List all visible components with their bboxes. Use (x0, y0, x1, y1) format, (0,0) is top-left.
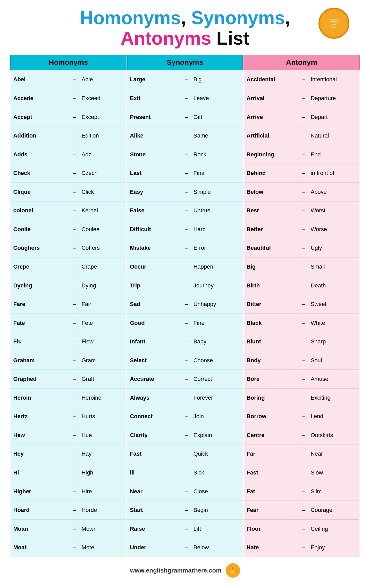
dash-cell: – (299, 164, 308, 183)
antonym-cell: Soul (308, 351, 359, 370)
dash-cell: – (70, 145, 79, 164)
word-cell: Abel (11, 70, 70, 89)
table-row: Blunt – Sharp (244, 332, 359, 351)
synonym-cell: Leave (191, 89, 243, 108)
homonym-cell: Fete (79, 313, 126, 332)
antonym-cell: Sharp (308, 332, 359, 351)
dash-cell: – (299, 482, 308, 501)
dash-cell: – (70, 89, 79, 108)
dash-cell: – (70, 239, 79, 257)
homonym-cell: Mown (79, 519, 126, 538)
dash-cell: – (299, 145, 308, 164)
synonym-cell: Final (191, 164, 243, 183)
table-row: Beautiful – Ugly (244, 239, 359, 257)
dash-cell: – (70, 426, 79, 445)
synonym-cell: Fine (191, 313, 243, 332)
dash-cell: – (182, 463, 191, 482)
word-cell: Graham (11, 351, 70, 370)
antonym-cell: Exciting (308, 389, 359, 407)
synonym-cell: Lift (191, 519, 243, 538)
word-cell: Fat (244, 482, 299, 501)
table-row: Addition – Edition (11, 126, 126, 145)
homonym-cell: Flew (79, 332, 126, 351)
dash-cell: – (299, 389, 308, 407)
word-cell: Coughers (11, 239, 70, 257)
synonym-cell: Happen (191, 257, 243, 276)
table-row: Present – Gift (127, 108, 243, 126)
table-row: Black – White (244, 313, 359, 332)
word-cell: Fare (11, 295, 70, 314)
word-cell: Hew (11, 426, 70, 445)
homonym-cell: Kernel (79, 201, 126, 220)
dash-cell: – (70, 482, 79, 501)
table-row: Infant – Baby (127, 332, 243, 351)
table-row: Sad – Unhappy (127, 295, 243, 314)
dash-cell: – (182, 482, 191, 501)
word-cell: Check (11, 164, 70, 183)
antonym-cell: Worst (308, 201, 359, 220)
word-cell: Dyeing (11, 276, 70, 295)
homonym-cell: Hire (79, 482, 126, 501)
dash-cell: – (70, 519, 79, 538)
dash-cell: – (70, 313, 79, 332)
antonym-cell: Worse (308, 220, 359, 239)
table-row: Borrow – Lend (244, 407, 359, 426)
title-line2: Antonyms List (10, 28, 360, 49)
footer: www.englishgrammarhere.com 👆 (130, 563, 240, 578)
dash-cell: – (70, 370, 79, 389)
dash-cell: – (299, 538, 308, 557)
word-cell: Arrive (244, 108, 299, 126)
antonym-cell: Departure (308, 89, 359, 108)
table-row: Arrival – Departure (244, 89, 359, 108)
dash-cell: – (70, 389, 79, 407)
word-cell: Infant (127, 332, 182, 351)
title-homonyms: Homonyms (80, 7, 181, 28)
word-cell: Exit (127, 89, 182, 108)
table-row: Artificial – Natural (244, 126, 359, 145)
table-row: Boring – Exciting (244, 389, 359, 407)
table-row: Stone – Rock (127, 145, 243, 164)
word-cell: Boring (244, 389, 299, 407)
table-row: Accept – Except (11, 108, 126, 126)
word-cell: Occur (127, 257, 182, 276)
word-cell: Under (127, 538, 182, 557)
antonym-cell: End (308, 145, 359, 164)
antonym-cell: Above (308, 183, 359, 202)
table-row: False – Untrue (127, 201, 243, 220)
dash-cell: – (182, 295, 191, 314)
dash-cell: – (182, 89, 191, 108)
table-row: Flu – Flew (11, 332, 126, 351)
word-cell: Clique (11, 183, 70, 202)
table-row: Accede – Exceed (11, 89, 126, 108)
dash-cell: – (299, 313, 308, 332)
synonym-cell: Error (191, 239, 243, 257)
word-cell: Below (244, 183, 299, 202)
footer-icon: 👆 (226, 563, 240, 578)
dash-cell: – (70, 463, 79, 482)
word-cell: Accede (11, 89, 70, 108)
table-row: Fare – Fair (11, 295, 126, 314)
dash-cell: – (182, 126, 191, 145)
table-row: Good – Fine (127, 313, 243, 332)
word-cell: Hertz (11, 407, 70, 426)
word-cell: Best (244, 201, 299, 220)
table-row: Fat – Slim (244, 482, 359, 501)
synonym-cell: Below (191, 538, 243, 557)
homonym-cell: Hurts (79, 407, 126, 426)
word-cell: Body (244, 351, 299, 370)
table-row: Trip – Journey (127, 276, 243, 295)
dash-cell: – (299, 445, 308, 463)
table-row: Hey – Hay (11, 445, 126, 463)
dash-cell: – (182, 389, 191, 407)
word-cell: Last (127, 164, 182, 183)
word-cell: Centre (244, 426, 299, 445)
dash-cell: – (299, 501, 308, 520)
dash-cell: – (70, 70, 79, 89)
table-row: Fate – Fete (11, 313, 126, 332)
table-row: Raise – Lift (127, 519, 243, 538)
word-cell: Borrow (244, 407, 299, 426)
synonym-cell: Big (191, 70, 243, 89)
synonym-cell: Rock (191, 145, 243, 164)
page-header: Homonyms, Synonyms, Antonyms List Englis… (10, 8, 360, 49)
antonym-cell: Amuse (308, 370, 359, 389)
